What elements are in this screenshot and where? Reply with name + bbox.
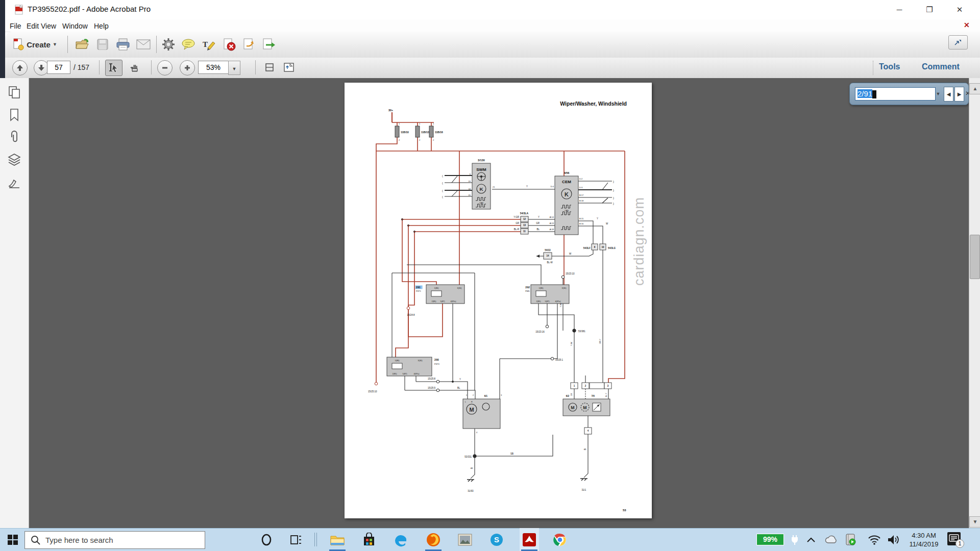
svg-text:K: K	[565, 191, 569, 197]
power-plug-icon[interactable]	[786, 531, 803, 548]
bookmarks-icon[interactable]	[7, 108, 21, 122]
select-tool-button[interactable]	[105, 60, 122, 76]
chevron-down-icon: ▼	[53, 42, 57, 47]
find-input[interactable]: 2/91	[855, 87, 936, 101]
app-tray-icon[interactable]	[842, 531, 860, 548]
taskbar-search-box[interactable]: Type here to search	[24, 531, 205, 549]
text-caret	[872, 90, 876, 98]
zoom-level-input[interactable]: 53%	[198, 61, 229, 74]
skype-icon: S	[489, 533, 504, 547]
delete-pages-button[interactable]	[219, 36, 239, 53]
taskbar-chrome[interactable]	[551, 531, 569, 548]
scroll-up-icon[interactable]: ▲	[969, 83, 980, 94]
taskbar-store[interactable]	[360, 531, 378, 548]
single-page-view-button[interactable]	[281, 60, 297, 75]
svg-text:Y-W: Y-W	[559, 303, 562, 307]
tools-panel-button[interactable]: Tools	[879, 62, 900, 71]
svg-text:2: 2	[399, 139, 400, 141]
menu-view[interactable]: View	[39, 21, 58, 31]
find-options-dropdown[interactable]: ▼	[935, 87, 942, 101]
maximize-button[interactable]: ❐	[918, 0, 941, 19]
page-number-input[interactable]: 57	[47, 61, 70, 74]
preferences-button[interactable]	[159, 36, 178, 53]
separator	[255, 60, 256, 74]
svg-text:B:17: B:17	[579, 194, 584, 196]
svg-text:4(87a): 4(87a)	[451, 300, 457, 303]
zoom-in-button[interactable]	[180, 60, 195, 76]
task-view-button[interactable]	[287, 531, 305, 548]
attachments-icon[interactable]	[7, 130, 21, 144]
start-button[interactable]	[4, 531, 21, 548]
taskbar-photos[interactable]	[456, 531, 474, 548]
svg-text:Y: Y	[459, 378, 461, 381]
svg-text:GR: GR	[516, 222, 520, 224]
svg-text:3(30): 3(30)	[418, 360, 423, 362]
open-file-button[interactable]	[72, 36, 92, 53]
taskbar-edge[interactable]	[392, 531, 409, 548]
page-thumbnails-icon[interactable]	[7, 85, 21, 99]
svg-text:30+: 30+	[388, 109, 393, 112]
toolbar-expand-button[interactable]	[948, 35, 968, 49]
menu-window[interactable]: Window	[60, 21, 90, 31]
tray-expand-chevron[interactable]	[802, 531, 820, 548]
volume-icon[interactable]	[885, 531, 902, 548]
previous-page-button[interactable]	[12, 60, 28, 76]
svg-text:3: 3	[501, 394, 502, 396]
extract-page-button[interactable]	[240, 36, 259, 53]
scrolling-view-button[interactable]	[261, 60, 278, 75]
svg-text:BL: BL	[536, 228, 540, 231]
taskbar-file-explorer[interactable]	[329, 531, 346, 548]
layers-icon[interactable]	[7, 153, 21, 167]
svg-text:B: B	[584, 448, 586, 450]
clock[interactable]: 4:30 AM 11/4/2019	[903, 531, 944, 548]
svg-text:2: 2	[473, 394, 474, 396]
svg-text:K: K	[479, 186, 483, 192]
sign-button[interactable]: T	[199, 36, 218, 53]
svg-text:54/3LG: 54/3LG	[608, 247, 616, 249]
email-button[interactable]	[134, 36, 153, 53]
taskbar-skype[interactable]: S	[488, 531, 505, 548]
find-previous-button[interactable]: ◀	[944, 87, 953, 102]
acrobat-icon	[522, 533, 536, 547]
zoom-dropdown-button[interactable]: ▼	[228, 61, 240, 75]
cortana-button[interactable]	[258, 531, 275, 548]
scroll-down-icon[interactable]: ▼	[969, 516, 980, 528]
create-button[interactable]: Create ▼	[9, 36, 60, 53]
print-button[interactable]	[113, 36, 133, 53]
arrow-down-icon	[38, 64, 45, 71]
svg-text:19: 19	[469, 180, 471, 183]
taskbar-acrobat[interactable]	[521, 531, 538, 548]
battery-status[interactable]: 99%	[756, 534, 784, 545]
menu-help[interactable]: Help	[92, 21, 111, 31]
menu-file[interactable]: File	[8, 21, 23, 31]
export-button[interactable]	[259, 36, 279, 53]
svg-text:4(87a): 4(87a)	[555, 300, 561, 303]
svg-text:): )	[613, 196, 614, 199]
onedrive-cloud-icon[interactable]	[823, 531, 840, 548]
separator	[99, 60, 100, 74]
svg-text:A:18: A:18	[550, 228, 554, 231]
taskbar-firefox[interactable]	[425, 531, 442, 548]
notification-badge: 1	[955, 539, 964, 548]
hand-tool-button[interactable]	[127, 60, 143, 75]
svg-text:Wiper/Washer, Windshield: Wiper/Washer, Windshield	[560, 101, 627, 107]
svg-text:): )	[613, 202, 614, 205]
minimize-button[interactable]: ─	[888, 0, 911, 19]
svg-text:3(30): 3(30)	[562, 287, 567, 289]
close-button[interactable]: ✕	[948, 0, 971, 19]
svg-text:GR-Y: GR-Y	[599, 339, 601, 344]
comment-tool-button[interactable]	[179, 36, 198, 53]
menubar-close-icon[interactable]: ✕	[964, 21, 970, 29]
task-view-icon	[290, 534, 302, 546]
svg-text:2/90: 2/90	[434, 359, 439, 361]
find-next-button[interactable]: ▶	[954, 87, 964, 102]
vertical-scrollbar[interactable]	[969, 78, 980, 528]
svg-text:12: 12	[523, 218, 526, 220]
scrollbar-thumb[interactable]	[970, 235, 980, 279]
wifi-icon[interactable]	[866, 531, 883, 548]
signatures-icon[interactable]	[7, 175, 21, 189]
photos-icon	[458, 533, 472, 546]
save-button[interactable]	[93, 36, 112, 53]
comment-panel-button[interactable]: Comment	[922, 62, 960, 71]
zoom-out-button[interactable]	[157, 60, 173, 76]
